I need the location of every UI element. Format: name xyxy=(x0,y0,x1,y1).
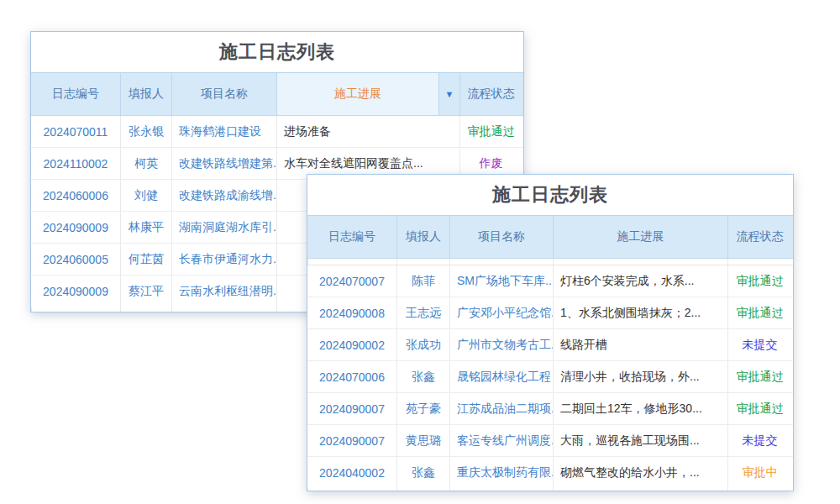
table1-header-project: 项目名称 xyxy=(171,73,276,115)
table-row[interactable]: 2024090007 黄思璐 客运专线广州调度... 大雨，巡视各施工现场围..… xyxy=(307,424,793,456)
status-badge: 审批中 xyxy=(727,457,791,488)
page-background: 施工日志列表 日志编号 填报人 项目名称 施工进展 ▼ 流程状态 2024070… xyxy=(0,0,840,504)
table-row[interactable]: 2024040002 张鑫 重庆太极制药有限... 砌燃气整改的给水小井，...… xyxy=(307,456,793,488)
table-row[interactable]: 2024070011 张永银 珠海鹤港口建设 进场准备 审批通过 xyxy=(31,116,523,147)
status-badge: 审批通过 xyxy=(727,297,791,328)
table-row[interactable]: 2024070007 陈菲 SM广场地下车库... 灯柱6个安装完成，水系...… xyxy=(307,265,793,297)
log-no-link[interactable]: 2024040002 xyxy=(307,457,396,488)
reporter-link[interactable]: 张鑫 xyxy=(396,457,449,488)
table-row[interactable]: 2024070006 张鑫 晟铭园林绿化工程 清理小井，收拾现场，外... 审批… xyxy=(307,360,793,392)
status-badge: 审批通过 xyxy=(727,393,791,424)
construction-log-table-2: 施工日志列表 日志编号 填报人 项目名称 施工进展 流程状态 202407000… xyxy=(307,174,794,491)
log-no-link[interactable]: 2024070007 xyxy=(307,265,396,297)
project-link[interactable]: 广安邓小平纪念馆... xyxy=(449,297,553,328)
table1-header-row: 日志编号 填报人 项目名称 施工进展 ▼ 流程状态 xyxy=(31,73,523,116)
table1-header-log-no: 日志编号 xyxy=(31,73,120,115)
project-link[interactable]: 云南水利枢纽潜明... xyxy=(171,276,276,307)
reporter-link[interactable]: 张鑫 xyxy=(396,361,449,392)
log-no-link[interactable]: 2024090002 xyxy=(307,329,396,360)
project-link[interactable]: 改建铁路成渝线增... xyxy=(171,180,276,211)
table2-header-row: 日志编号 填报人 项目名称 施工进展 流程状态 xyxy=(307,216,793,259)
reporter-link[interactable]: 苑子豪 xyxy=(396,393,449,424)
project-link[interactable]: SM广场地下车库... xyxy=(449,265,553,297)
log-no-link[interactable]: 2024090008 xyxy=(307,297,396,328)
log-no-link[interactable]: 2024090009 xyxy=(31,212,120,243)
reporter-link[interactable]: 陈菲 xyxy=(396,265,449,297)
project-link[interactable]: 湖南洞庭湖水库引... xyxy=(171,212,276,243)
reporter-link[interactable]: 王志远 xyxy=(396,297,449,328)
log-no-link[interactable]: 2024060006 xyxy=(31,180,120,211)
table1-header-reporter: 填报人 xyxy=(120,73,171,115)
project-link[interactable]: 改建铁路线增建第... xyxy=(171,148,276,179)
table2-header-reporter: 填报人 xyxy=(396,216,449,258)
progress-text: 线路开槽 xyxy=(553,329,727,360)
table2-header-log-no: 日志编号 xyxy=(307,216,396,258)
table2-header-progress: 施工进展 xyxy=(553,216,727,258)
log-no-link[interactable]: 2024060005 xyxy=(31,244,120,275)
reporter-link[interactable]: 张永银 xyxy=(120,116,171,147)
status-badge: 审批通过 xyxy=(727,361,791,392)
table2-title: 施工日志列表 xyxy=(307,175,793,216)
table1-title: 施工日志列表 xyxy=(31,32,523,73)
reporter-link[interactable]: 黄思璐 xyxy=(396,425,449,456)
status-badge: 未提交 xyxy=(727,425,791,456)
reporter-link[interactable]: 林康平 xyxy=(120,212,171,243)
table1-header-status: 流程状态 xyxy=(459,73,522,115)
status-badge: 审批通过 xyxy=(727,265,791,297)
project-link[interactable]: 客运专线广州调度... xyxy=(449,425,553,456)
progress-text: 砌燃气整改的给水小井，... xyxy=(553,457,727,488)
table1-header-progress-filter[interactable]: 施工进展 xyxy=(276,73,438,115)
progress-text: 二期回土12车，修地形30... xyxy=(553,393,727,424)
project-link[interactable]: 重庆太极制药有限... xyxy=(449,457,553,488)
log-no-link[interactable]: 2024070006 xyxy=(307,361,396,392)
table-row[interactable]: 2024090007 苑子豪 江苏成品油二期项... 二期回土12车，修地形30… xyxy=(307,392,793,424)
status-badge: 未提交 xyxy=(727,329,791,360)
progress-text: 灯柱6个安装完成，水系... xyxy=(553,265,727,297)
table2-bottom-strip xyxy=(307,488,793,491)
status-badge: 审批通过 xyxy=(459,116,522,147)
reporter-link[interactable]: 柯英 xyxy=(120,148,171,179)
project-link[interactable]: 珠海鹤港口建设 xyxy=(171,116,276,147)
progress-text: 清理小井，收拾现场，外... xyxy=(553,361,727,392)
reporter-link[interactable]: 刘健 xyxy=(120,180,171,211)
progress-text: 进场准备 xyxy=(276,116,459,147)
log-no-link[interactable]: 2024090007 xyxy=(307,393,396,424)
log-no-link[interactable]: 2024070011 xyxy=(31,116,120,147)
reporter-link[interactable]: 张成功 xyxy=(396,329,449,360)
project-link[interactable]: 江苏成品油二期项... xyxy=(449,393,553,424)
table-row[interactable]: 2024090002 张成功 广州市文物考古工... 线路开槽 未提交 xyxy=(307,328,793,360)
table2-body: 2024070007 陈菲 SM广场地下车库... 灯柱6个安装完成，水系...… xyxy=(307,265,793,491)
table2-header-status: 流程状态 xyxy=(727,216,791,258)
project-link[interactable]: 广州市文物考古工... xyxy=(449,329,553,360)
table2-header-project: 项目名称 xyxy=(449,216,553,258)
filter-dropdown-icon[interactable]: ▼ xyxy=(438,73,459,115)
progress-text: 大雨，巡视各施工现场围... xyxy=(553,425,727,456)
table-row[interactable]: 2024090008 王志远 广安邓小平纪念馆... 1、水系北侧围墙抹灰；2.… xyxy=(307,297,793,328)
log-no-link[interactable]: 2024090009 xyxy=(31,276,120,307)
log-no-link[interactable]: 2024110002 xyxy=(31,148,120,179)
project-link[interactable]: 晟铭园林绿化工程 xyxy=(449,361,553,392)
reporter-link[interactable]: 何芷茵 xyxy=(120,244,171,275)
progress-text: 1、水系北侧围墙抹灰；2... xyxy=(553,297,727,328)
reporter-link[interactable]: 蔡江平 xyxy=(120,276,171,307)
project-link[interactable]: 长春市伊通河水力... xyxy=(171,244,276,275)
partial-scrolled-row xyxy=(307,259,793,265)
log-no-link[interactable]: 2024090007 xyxy=(307,425,396,456)
